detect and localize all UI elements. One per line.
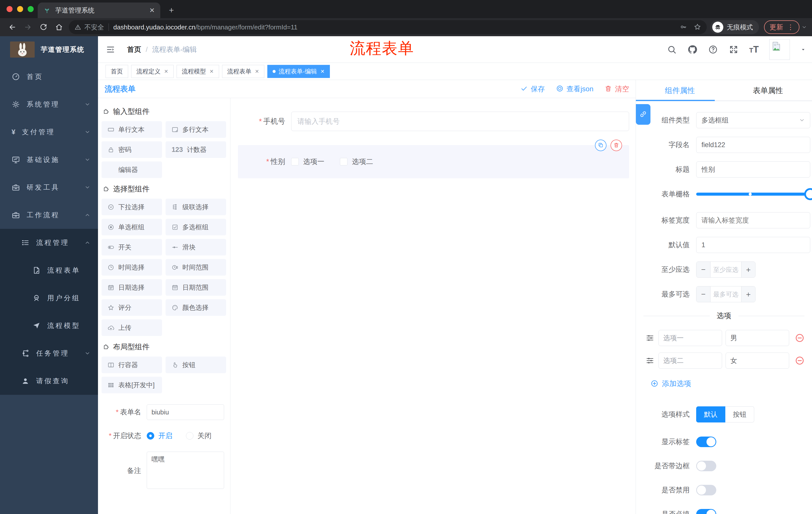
view-json-button[interactable]: 查看json (556, 84, 593, 94)
sidebar-item-leave-query[interactable]: 请假查询 (0, 367, 98, 395)
sidebar-item-system[interactable]: 系统管理 (0, 90, 98, 118)
tag-tab-process-model[interactable]: 流程模型✕ (177, 65, 219, 78)
form-grid-slider[interactable] (696, 186, 810, 202)
component-chip-upload[interactable]: 上传 (102, 319, 162, 336)
component-chip-cascader[interactable]: 级联选择 (166, 199, 226, 215)
minimize-window-button[interactable] (17, 6, 23, 12)
gender-option-checkbox[interactable]: 选项二 (340, 157, 373, 166)
avatar[interactable] (769, 39, 790, 60)
minus-button[interactable]: − (696, 262, 710, 277)
component-chip-checkbox-group[interactable]: 多选框组 (166, 219, 226, 235)
toggle-show-label[interactable] (696, 437, 716, 447)
search-icon[interactable] (667, 45, 677, 55)
component-chip-password[interactable]: 密码 (102, 141, 162, 158)
component-chip-counter[interactable]: 123计数器 (166, 141, 226, 158)
sidebar-item-process-model[interactable]: 流程模型 (0, 312, 98, 340)
breadcrumb-home[interactable]: 首页 (127, 45, 141, 54)
gender-option-checkbox[interactable]: 选项一 (291, 157, 324, 166)
sidebar-item-task-mgmt[interactable]: 任务管理 (0, 340, 98, 367)
component-chip-select[interactable]: 下拉选择 (102, 199, 162, 215)
component-chip-date-picker[interactable]: 日期选择 (102, 279, 162, 296)
delete-component-button[interactable] (610, 140, 622, 151)
minus-button[interactable]: − (696, 287, 710, 302)
style-option-active[interactable]: 默认 (696, 406, 725, 423)
component-chip-rate[interactable]: 评分 (102, 299, 162, 316)
tag-tab-home[interactable]: 首页 (106, 65, 128, 78)
title-input[interactable] (696, 161, 810, 178)
close-window-button[interactable] (6, 6, 12, 12)
forward-icon[interactable] (24, 23, 32, 31)
component-chip-table-dev[interactable]: 表格[开发中] (102, 377, 162, 393)
gender-field-selected[interactable]: 性别 选项一选项二 (238, 145, 629, 178)
sidebar-item-process-mgmt[interactable]: 流程管理 (0, 229, 98, 256)
component-chip-row-container[interactable]: 行容器 (102, 357, 162, 373)
maximize-window-button[interactable] (28, 6, 34, 12)
option-value-input[interactable] (726, 353, 789, 369)
component-type-select[interactable]: 多选框组 (696, 112, 810, 128)
sidebar-item-home[interactable]: 首页 (0, 63, 98, 90)
close-icon[interactable]: ✕ (209, 69, 214, 75)
component-chip-time-range[interactable]: 时间范围 (166, 259, 226, 276)
phone-input[interactable] (291, 112, 629, 131)
min-select-value[interactable]: 至少应选 (710, 262, 741, 277)
status-on-radio[interactable]: 开启 (147, 431, 172, 440)
form-name-input[interactable] (147, 404, 224, 420)
component-chip-slider[interactable]: 滑块 (166, 239, 226, 255)
label-width-input[interactable] (696, 212, 810, 228)
component-chip-multi-line-text[interactable]: 多行文本 (166, 121, 226, 138)
remove-option-button[interactable] (795, 333, 805, 343)
tab-form-props[interactable]: 表单属性 (724, 80, 812, 101)
remove-option-button[interactable] (795, 356, 805, 366)
plus-button[interactable]: ＋ (741, 287, 755, 302)
tag-tab-process-definition[interactable]: 流程定义✕ (131, 65, 174, 78)
browser-tab[interactable]: 芋道管理系统 ✕ (38, 2, 160, 18)
slider-handle[interactable] (804, 188, 812, 200)
tab-close-icon[interactable]: ✕ (149, 6, 155, 14)
save-button[interactable]: 保存 (520, 84, 545, 94)
copy-component-button[interactable] (595, 140, 607, 151)
browser-update-button[interactable]: 更新 ⋮ (764, 20, 800, 34)
sidebar-item-devtools[interactable]: 研发工具 (0, 173, 98, 201)
component-chip-editor[interactable]: 编辑器 (102, 161, 162, 178)
avatar-caret-icon[interactable] (801, 47, 806, 52)
new-tab-button[interactable]: ＋ (167, 4, 175, 16)
password-key-icon[interactable] (679, 23, 687, 31)
profile-chevron-icon[interactable] (802, 24, 807, 30)
bookmark-star-icon[interactable] (694, 23, 701, 31)
option-value-input[interactable] (726, 330, 789, 346)
component-chip-date-range[interactable]: 日期范围 (166, 279, 226, 296)
style-option-inactive[interactable]: 按钮 (725, 406, 754, 423)
toggle-is-required[interactable] (696, 509, 716, 514)
sidebar-logo[interactable]: 芋道管理系统 (0, 36, 98, 63)
form-canvas[interactable]: 手机号 性别 选项一选项二 (230, 98, 636, 514)
component-chip-radio-group[interactable]: 单选框组 (102, 219, 162, 235)
plus-button[interactable]: ＋ (741, 262, 755, 277)
component-chip-color-picker[interactable]: 颜色选择 (166, 299, 226, 316)
security-label[interactable]: 不安全 (84, 23, 104, 32)
tag-tab-process-form-edit[interactable]: 流程表单-编辑✕ (267, 65, 330, 78)
home-icon[interactable] (55, 23, 63, 31)
sidebar-item-user-group[interactable]: 用户分组 (0, 284, 98, 312)
default-value-input[interactable] (696, 237, 810, 253)
fullscreen-icon[interactable] (729, 45, 738, 55)
component-chip-time-picker[interactable]: 时间选择 (102, 259, 162, 276)
max-select-value[interactable]: 最多可选 (710, 287, 741, 302)
clear-button[interactable]: 清空 (605, 84, 629, 94)
close-icon[interactable]: ✕ (255, 69, 259, 75)
field-name-input[interactable] (696, 137, 810, 153)
add-option-button[interactable]: 添加选项 (650, 379, 812, 389)
phone-field[interactable]: 手机号 (238, 112, 629, 131)
component-chip-single-line-text[interactable]: 单行文本 (102, 121, 162, 138)
status-off-radio[interactable]: 关闭 (186, 431, 211, 440)
toggle-is-disabled[interactable] (696, 485, 716, 495)
component-chip-switch[interactable]: 开关 (102, 239, 162, 255)
toggle-with-border[interactable] (696, 461, 716, 471)
font-size-icon[interactable]: TT (749, 44, 759, 55)
close-icon[interactable]: ✕ (320, 69, 325, 75)
hamburger-icon[interactable] (106, 45, 116, 55)
url-bar[interactable]: 不安全 dashboard.yudao.iocoder.cn/bpm/manag… (69, 20, 707, 34)
option-label-input[interactable] (659, 353, 722, 369)
sidebar-item-process-form[interactable]: 流程表单 (0, 256, 98, 284)
help-icon[interactable] (708, 45, 718, 55)
option-label-input[interactable] (659, 330, 722, 346)
